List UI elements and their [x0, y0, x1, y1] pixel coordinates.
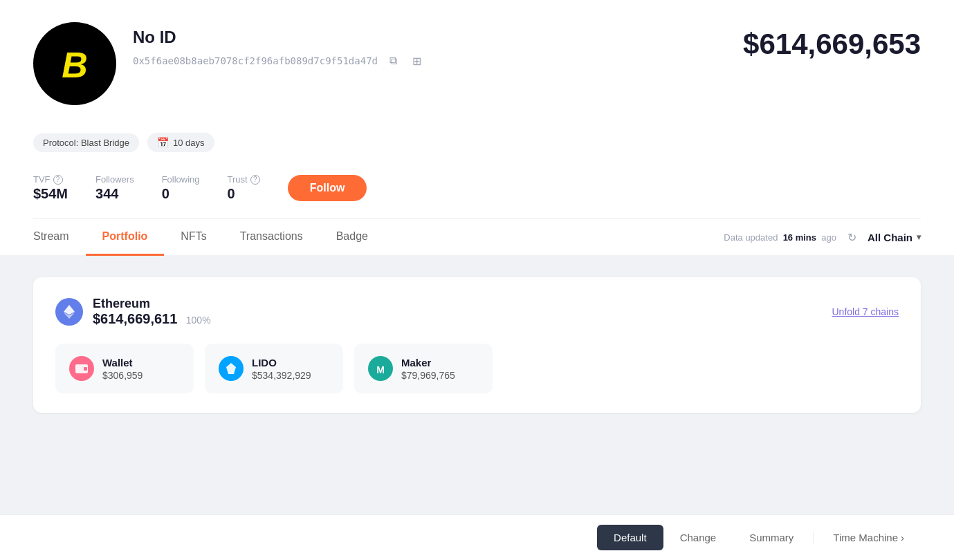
- bottom-bar: Default Change Summary Time Machine ›: [0, 514, 954, 560]
- trust-help-icon[interactable]: ?: [250, 175, 260, 185]
- days-tag: 📅 10 days: [147, 133, 214, 152]
- chain-selector-label: All Chain: [868, 232, 912, 243]
- maker-icon: M: [373, 361, 388, 376]
- divider: [813, 531, 814, 545]
- wallet-address: 0x5f6ae08b8aeb7078cf2f96afb089d7c9f51da4…: [133, 55, 378, 66]
- chevron-right-icon: ›: [901, 532, 904, 543]
- chevron-down-icon: ▾: [917, 232, 921, 242]
- calendar-icon: 📅: [157, 137, 169, 148]
- refresh-icon[interactable]: ↻: [847, 231, 856, 244]
- ethereum-icon: [61, 304, 77, 320]
- svg-marker-6: [226, 363, 236, 374]
- tags-row: Protocol: Blast Bridge 📅 10 days: [33, 122, 921, 163]
- chain-card-ethereum: Ethereum $614,669,611 100% Unfold 7 chai…: [33, 277, 921, 413]
- svg-text:M: M: [376, 364, 385, 375]
- chain-header: Ethereum $614,669,611 100% Unfold 7 chai…: [55, 297, 899, 327]
- address-row: 0x5f6ae08b8aeb7078cf2f96afb089d7c9f51da4…: [133, 53, 425, 69]
- copy-icon[interactable]: ⧉: [385, 53, 401, 69]
- profile-left: B No ID 0x5f6ae08b8aeb7078cf2f96afb089d7…: [33, 22, 425, 105]
- lido-value: $534,392,929: [252, 370, 311, 381]
- chain-selector[interactable]: All Chain ▾: [868, 232, 921, 243]
- tab-transactions[interactable]: Transactions: [223, 219, 320, 256]
- time-machine-button[interactable]: Time Machine ›: [816, 525, 921, 550]
- trust-stat: Trust ? 0: [228, 174, 260, 202]
- maker-value: $79,969,765: [401, 370, 455, 381]
- maker-info: Maker $79,969,765: [401, 357, 455, 381]
- tab-stream[interactable]: Stream: [33, 219, 86, 256]
- tab-portfolio[interactable]: Portfolio: [86, 219, 165, 256]
- follow-button[interactable]: Follow: [288, 175, 367, 201]
- default-button[interactable]: Default: [597, 525, 663, 550]
- protocols-grid: Wallet $306,959 LIDO $534,392,929: [55, 344, 899, 393]
- change-button[interactable]: Change: [663, 525, 733, 550]
- svg-rect-5: [84, 367, 87, 371]
- followers-stat: Followers 344: [95, 174, 134, 202]
- tvf-label: TVF ?: [33, 174, 68, 185]
- following-label: Following: [162, 174, 200, 185]
- trust-label: Trust ?: [228, 174, 260, 185]
- qr-icon[interactable]: ⊞: [408, 53, 425, 69]
- tabs-bar: Stream Portfolio NFTs Transactions Badge…: [33, 218, 921, 255]
- maker-logo: M: [368, 356, 393, 381]
- wallet-icon: [74, 361, 89, 376]
- ethereum-logo: [55, 298, 83, 326]
- stats-row: TVF ? $54M Followers 344 Following 0 Tru…: [33, 163, 921, 218]
- lido-name: LIDO: [252, 357, 311, 368]
- followers-value: 344: [95, 186, 134, 202]
- lido-icon: [223, 361, 239, 376]
- profile-header: B No ID 0x5f6ae08b8aeb7078cf2f96afb089d7…: [33, 22, 921, 122]
- main-content: Ethereum $614,669,611 100% Unfold 7 chai…: [0, 255, 954, 504]
- total-value: $614,669,653: [743, 22, 921, 61]
- chain-name: Ethereum: [93, 297, 211, 311]
- profile-info: No ID 0x5f6ae08b8aeb7078cf2f96afb089d7c9…: [133, 22, 425, 69]
- summary-button[interactable]: Summary: [733, 525, 810, 550]
- days-tag-text: 10 days: [173, 138, 205, 148]
- wallet-info: Wallet $306,959: [102, 357, 143, 381]
- wallet-name: Wallet: [102, 357, 143, 368]
- svg-text:B: B: [62, 45, 88, 85]
- lido-info: LIDO $534,392,929: [252, 357, 311, 381]
- maker-name: Maker: [401, 357, 455, 368]
- following-stat: Following 0: [162, 174, 200, 202]
- tvf-stat: TVF ? $54M: [33, 174, 68, 202]
- protocol-card-wallet[interactable]: Wallet $306,959: [55, 344, 194, 393]
- tvf-value: $54M: [33, 186, 68, 202]
- protocol-card-lido[interactable]: LIDO $534,392,929: [205, 344, 343, 393]
- trust-value: 0: [228, 186, 260, 202]
- unfold-chains-link[interactable]: Unfold 7 chains: [832, 306, 899, 317]
- chain-value: $614,669,611: [93, 311, 177, 326]
- chain-percent: 100%: [186, 315, 211, 326]
- wallet-logo: [69, 356, 94, 381]
- svg-marker-2: [64, 305, 75, 315]
- followers-label: Followers: [95, 174, 134, 185]
- profile-name: No ID: [133, 28, 425, 47]
- lido-logo: [219, 356, 244, 381]
- tvf-help-icon[interactable]: ?: [53, 175, 63, 185]
- tab-badge[interactable]: Badge: [320, 219, 385, 256]
- b-logo-icon: B: [47, 36, 102, 91]
- wallet-value: $306,959: [102, 370, 143, 381]
- chain-info: Ethereum $614,669,611 100%: [93, 297, 211, 327]
- tabs-right: Data updated 16 mins ago ↻ All Chain ▾: [724, 231, 921, 244]
- top-section: B No ID 0x5f6ae08b8aeb7078cf2f96afb089d7…: [0, 0, 954, 255]
- following-value: 0: [162, 186, 200, 202]
- avatar-inner: B: [37, 26, 113, 102]
- protocol-card-maker[interactable]: M Maker $79,969,765: [354, 344, 493, 393]
- tab-nfts[interactable]: NFTs: [164, 219, 223, 256]
- protocol-tag: Protocol: Blast Bridge: [33, 133, 139, 152]
- avatar: B: [33, 22, 116, 105]
- data-updated-text: Data updated 16 mins ago: [724, 232, 836, 243]
- protocol-tag-text: Protocol: Blast Bridge: [43, 138, 129, 148]
- chain-value-row: $614,669,611 100%: [93, 311, 211, 327]
